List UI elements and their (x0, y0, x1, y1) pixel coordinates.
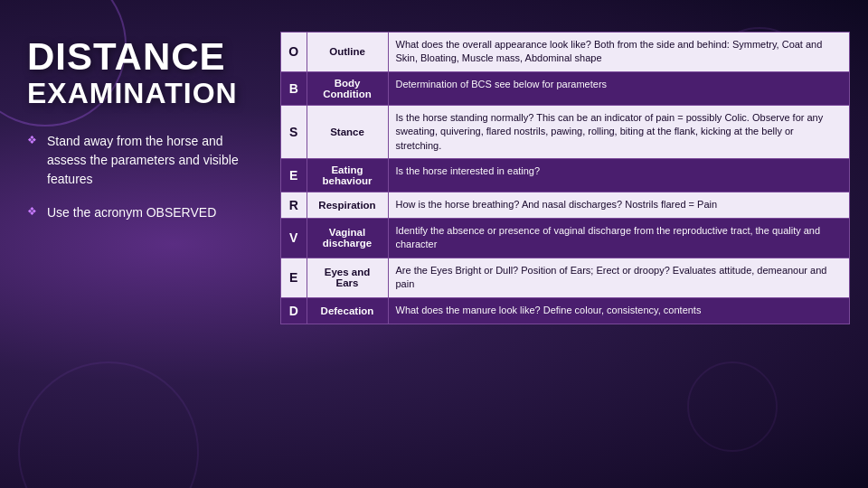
table-row: EEyes and EarsAre the Eyes Bright or Dul… (281, 258, 849, 297)
table-row: SStanceIs the horse standing normally? T… (281, 105, 849, 158)
table-cell-term: Outline (307, 33, 388, 71)
table-cell-term: Vaginal discharge (307, 218, 388, 258)
table-cell-term: Body Condition (307, 71, 388, 105)
table-cell-description: Identify the absence or presence of vagi… (388, 218, 849, 258)
table-cell-letter: S (281, 105, 307, 158)
table-row: VVaginal dischargeIdentify the absence o… (281, 218, 849, 258)
title-line1: DISTANCE (27, 36, 262, 78)
bullet-item-1: Stand away from the horse and assess the… (27, 132, 262, 189)
table-cell-letter: R (281, 192, 307, 218)
table-cell-term: Eyes and Ears (307, 258, 388, 297)
table-row: EEating behaviourIs the horse interested… (281, 158, 849, 192)
table-cell-description: How is the horse breathing? And nasal di… (388, 192, 849, 218)
main-content: DISTANCE EXAMINATION Stand away from the… (0, 0, 868, 488)
table-cell-letter: B (281, 71, 307, 105)
table-cell-letter: D (281, 297, 307, 324)
left-panel: DISTANCE EXAMINATION Stand away from the… (27, 27, 280, 470)
table-cell-description: What does the manure look like? Define c… (388, 297, 849, 324)
title-line2: EXAMINATION (27, 78, 262, 109)
right-panel: OOutlineWhat does the overall appearance… (280, 27, 850, 470)
table-row: OOutlineWhat does the overall appearance… (281, 33, 849, 71)
table-cell-term: Stance (307, 105, 388, 158)
table-cell-term: Eating behaviour (307, 158, 388, 192)
table-cell-description: Determination of BCS see below for param… (388, 71, 849, 105)
table-cell-description: What does the overall appearance look li… (388, 33, 849, 71)
table-row: RRespirationHow is the horse breathing? … (281, 192, 849, 218)
table-cell-term: Defecation (307, 297, 388, 324)
table-cell-description: Is the horse interested in eating? (388, 158, 849, 192)
table-cell-letter: E (281, 158, 307, 192)
table-cell-letter: E (281, 258, 307, 297)
table-cell-term: Respiration (307, 192, 388, 218)
table-row: BBody ConditionDetermination of BCS see … (281, 71, 849, 105)
table-cell-description: Are the Eyes Bright or Dull? Position of… (388, 258, 849, 297)
table-row: DDefecationWhat does the manure look lik… (281, 297, 849, 324)
table-cell-description: Is the horse standing normally? This can… (388, 105, 849, 158)
bullet-list: Stand away from the horse and assess the… (27, 132, 262, 237)
table-wrapper: OOutlineWhat does the overall appearance… (280, 32, 850, 324)
table-cell-letter: V (281, 218, 307, 258)
table-cell-letter: O (281, 33, 307, 71)
bullet-item-2: Use the acronym OBSERVED (27, 203, 262, 222)
observed-table: OOutlineWhat does the overall appearance… (281, 33, 849, 324)
